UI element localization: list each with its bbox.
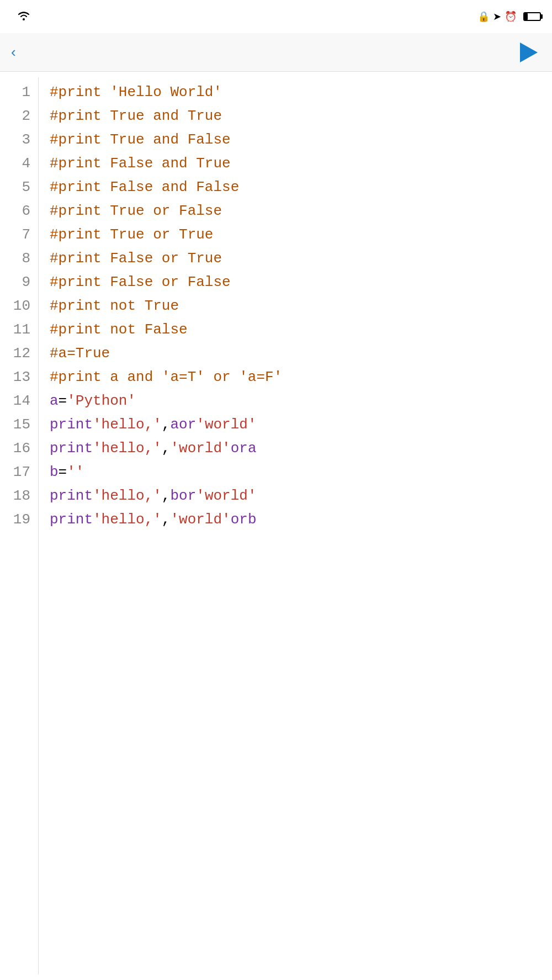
- line-number: 16: [13, 437, 30, 460]
- line-number: 12: [13, 342, 30, 365]
- code-line: #print True or False: [50, 199, 552, 223]
- code-line: #print False or False: [50, 271, 552, 294]
- line-number: 4: [22, 152, 30, 176]
- line-number: 5: [22, 176, 30, 199]
- line-number: 17: [13, 460, 30, 484]
- lock-icon: 🔒: [477, 10, 490, 23]
- status-right: 🔒 ➤ ⏰: [477, 10, 541, 23]
- line-number: 14: [13, 389, 30, 413]
- code-line: #print True and True: [50, 104, 552, 128]
- code-line: a='Python': [50, 389, 552, 413]
- code-line: print 'hello,','world'or b: [50, 508, 552, 532]
- line-numbers: 12345678910111213141516171819: [0, 77, 39, 974]
- code-line: print 'hello,','world' or a: [50, 437, 552, 460]
- code-line: b='': [50, 460, 552, 484]
- run-button[interactable]: [517, 40, 541, 65]
- line-number: 13: [13, 365, 30, 389]
- code-line: #print True or True: [50, 223, 552, 247]
- line-number: 9: [22, 271, 30, 294]
- code-line: print 'hello,',a or 'world': [50, 413, 552, 437]
- code-line: #print 'Hello World': [50, 81, 552, 104]
- line-number: 19: [13, 508, 30, 532]
- line-number: 10: [13, 294, 30, 318]
- svg-point-0: [23, 18, 25, 20]
- battery-icon: [523, 12, 541, 21]
- line-number: 11: [13, 318, 30, 342]
- code-line: #print True and False: [50, 128, 552, 152]
- line-number: 2: [22, 104, 30, 128]
- code-line: #print False and False: [50, 176, 552, 199]
- status-bar: 🔒 ➤ ⏰: [0, 0, 552, 33]
- back-chevron-icon: ‹: [11, 44, 16, 61]
- code-lines[interactable]: #print 'Hello World'#print True and True…: [39, 77, 552, 974]
- line-number: 1: [22, 81, 30, 104]
- line-number: 7: [22, 223, 30, 247]
- line-number: 8: [22, 247, 30, 271]
- code-line: #print a and 'a=T' or 'a=F': [50, 365, 552, 389]
- code-line: #print False and True: [50, 152, 552, 176]
- code-line: print 'hello,' ,b or 'world': [50, 484, 552, 508]
- nav-back-button[interactable]: ‹: [11, 44, 19, 61]
- code-line: #a=True: [50, 342, 552, 365]
- alarm-icon: ⏰: [505, 10, 517, 23]
- line-number: 18: [13, 484, 30, 508]
- code-line: #print not False: [50, 318, 552, 342]
- play-icon: [520, 43, 538, 62]
- status-left: [11, 10, 31, 24]
- nav-bar: ‹: [0, 33, 552, 72]
- line-number: 15: [13, 413, 30, 437]
- line-number: 3: [22, 128, 30, 152]
- wifi-icon: [17, 10, 31, 24]
- code-line: #print not True: [50, 294, 552, 318]
- location-icon: ➤: [493, 10, 501, 23]
- code-line: #print False or True: [50, 247, 552, 271]
- line-number: 6: [22, 199, 30, 223]
- code-area: 12345678910111213141516171819 #print 'He…: [0, 72, 552, 980]
